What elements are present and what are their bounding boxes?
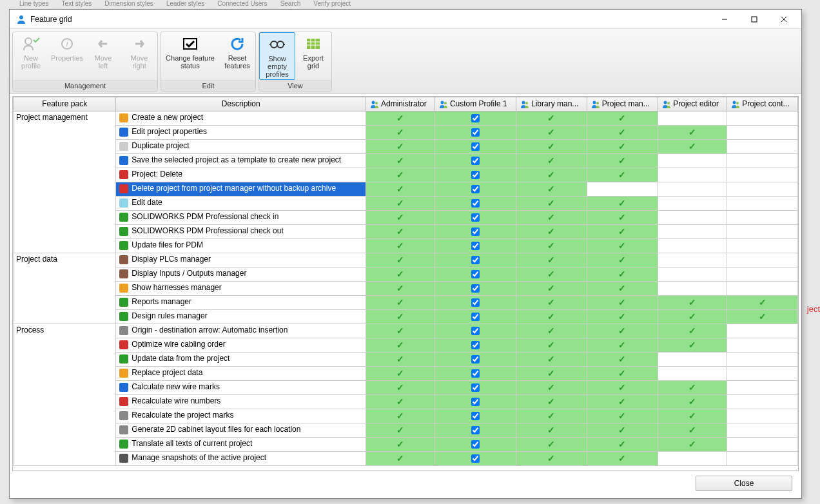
permission-cell[interactable]: ✓ <box>727 295 798 309</box>
permission-cell[interactable]: ✓ <box>587 366 658 380</box>
permission-cell[interactable]: ✓ <box>366 139 434 153</box>
description-cell[interactable]: Display PLCs manager <box>116 253 366 267</box>
permission-cell[interactable]: ✓ <box>366 423 434 437</box>
grid-scroll-area[interactable]: Feature pack DescriptionAdministratorCus… <box>12 96 799 471</box>
permission-cell[interactable]: ✓ <box>516 210 587 224</box>
column-profile-5[interactable]: Project cont... <box>727 97 798 111</box>
permission-cell[interactable] <box>727 111 798 125</box>
permission-cell[interactable] <box>658 253 727 267</box>
permission-cell[interactable] <box>658 224 727 238</box>
description-cell[interactable]: Edit project properties <box>116 125 366 139</box>
permission-checkbox[interactable] <box>471 114 480 122</box>
permission-cell[interactable]: ✓ <box>366 253 434 267</box>
column-profile-1[interactable]: Custom Profile 1 <box>434 97 516 111</box>
column-feature-pack[interactable]: Feature pack <box>14 97 116 111</box>
description-cell[interactable]: Design rules manager <box>116 309 366 324</box>
table-row[interactable]: Project: Delete✓✓✓ <box>14 168 798 182</box>
description-cell[interactable]: Recalculate the project marks <box>116 409 366 423</box>
permission-cell[interactable]: ✓ <box>587 451 658 465</box>
permission-cell[interactable]: ✓ <box>366 281 434 295</box>
permission-cell[interactable]: ✓ <box>658 324 727 338</box>
permission-cell[interactable] <box>434 111 516 125</box>
description-cell[interactable]: SOLIDWORKS PDM Professional check in <box>116 210 366 224</box>
permission-cell[interactable]: ✓ <box>658 309 727 324</box>
permission-checkbox[interactable] <box>471 128 480 137</box>
permission-cell[interactable] <box>727 394 798 409</box>
permission-cell[interactable] <box>434 295 516 309</box>
table-row[interactable]: Show harnesses manager✓✓✓ <box>14 281 798 295</box>
permission-cell[interactable]: ✓ <box>587 309 658 324</box>
permission-cell[interactable]: ✓ <box>587 153 658 168</box>
permission-cell[interactable]: ✓ <box>516 409 587 423</box>
permission-cell[interactable]: ✓ <box>516 281 587 295</box>
description-cell[interactable]: Replace project data <box>116 366 366 380</box>
permission-cell[interactable] <box>727 366 798 380</box>
permission-cell[interactable] <box>727 125 798 139</box>
description-cell[interactable]: Update files for PDM <box>116 238 366 253</box>
description-cell[interactable]: Manage snapshots of the active project <box>116 451 366 465</box>
permission-cell[interactable]: ✓ <box>366 324 434 338</box>
permission-checkbox[interactable] <box>471 228 480 236</box>
permission-cell[interactable]: ✓ <box>587 267 658 281</box>
permission-cell[interactable]: ✓ <box>516 139 587 153</box>
permission-cell[interactable] <box>434 352 516 366</box>
ribbon-show-empty-profiles[interactable]: Show empty profiles <box>259 32 295 80</box>
permission-cell[interactable]: ✓ <box>366 182 434 196</box>
close-button[interactable]: Close <box>696 476 792 491</box>
permission-cell[interactable] <box>434 324 516 338</box>
table-row[interactable]: Recalculate wire numbers✓✓✓✓ <box>14 394 798 409</box>
permission-cell[interactable]: ✓ <box>366 125 434 139</box>
permission-cell[interactable] <box>434 409 516 423</box>
permission-cell[interactable]: ✓ <box>366 196 434 210</box>
permission-cell[interactable] <box>727 210 798 224</box>
permission-cell[interactable]: ✓ <box>587 324 658 338</box>
description-cell[interactable]: Update data from the project <box>116 352 366 366</box>
permission-cell[interactable]: ✓ <box>366 366 434 380</box>
permission-cell[interactable] <box>727 168 798 182</box>
permission-cell[interactable] <box>434 380 516 394</box>
permission-cell[interactable]: ✓ <box>587 437 658 451</box>
table-row[interactable]: Edit date✓✓✓ <box>14 196 798 210</box>
permission-cell[interactable]: ✓ <box>516 309 587 324</box>
permission-cell[interactable]: ✓ <box>366 309 434 324</box>
permission-cell[interactable]: ✓ <box>516 111 587 125</box>
permission-checkbox[interactable] <box>471 270 480 278</box>
permission-cell[interactable] <box>434 267 516 281</box>
column-profile-3[interactable]: Project man... <box>587 97 658 111</box>
permission-cell[interactable] <box>727 324 798 338</box>
permission-cell[interactable]: ✓ <box>366 352 434 366</box>
permission-cell[interactable]: ✓ <box>366 224 434 238</box>
permission-cell[interactable]: ✓ <box>516 238 587 253</box>
minimize-button[interactable] <box>710 10 739 28</box>
permission-cell[interactable] <box>658 352 727 366</box>
permission-cell[interactable] <box>727 423 798 437</box>
permission-cell[interactable] <box>658 196 727 210</box>
permission-cell[interactable]: ✓ <box>366 295 434 309</box>
table-row[interactable]: Design rules manager✓✓✓✓✓ <box>14 309 798 324</box>
permission-cell[interactable]: ✓ <box>587 196 658 210</box>
permission-cell[interactable]: ✓ <box>658 380 727 394</box>
permission-cell[interactable]: ✓ <box>658 423 727 437</box>
permission-cell[interactable]: ✓ <box>366 338 434 352</box>
permission-checkbox[interactable] <box>471 369 480 378</box>
permission-cell[interactable]: ✓ <box>366 380 434 394</box>
table-row[interactable]: Manage snapshots of the active project✓✓… <box>14 451 798 465</box>
permission-cell[interactable] <box>434 196 516 210</box>
permission-checkbox[interactable] <box>471 171 480 179</box>
description-cell[interactable]: Display Inputs / Outputs manager <box>116 267 366 281</box>
permission-checkbox[interactable] <box>471 412 480 420</box>
permission-cell[interactable] <box>727 253 798 267</box>
description-cell[interactable]: Generate 2D cabinet layout files for eac… <box>116 423 366 437</box>
permission-cell[interactable]: ✓ <box>516 153 587 168</box>
permission-cell[interactable]: ✓ <box>516 267 587 281</box>
permission-checkbox[interactable] <box>471 185 480 193</box>
table-row[interactable]: Calculate new wire marks✓✓✓✓ <box>14 380 798 394</box>
table-row[interactable]: Edit project properties✓✓✓✓ <box>14 125 798 139</box>
permission-checkbox[interactable] <box>471 426 480 434</box>
permission-cell[interactable]: ✓ <box>587 352 658 366</box>
permission-cell[interactable]: ✓ <box>587 253 658 267</box>
permission-cell[interactable] <box>727 352 798 366</box>
permission-cell[interactable]: ✓ <box>516 196 587 210</box>
maximize-button[interactable] <box>739 10 769 28</box>
permission-cell[interactable]: ✓ <box>516 224 587 238</box>
